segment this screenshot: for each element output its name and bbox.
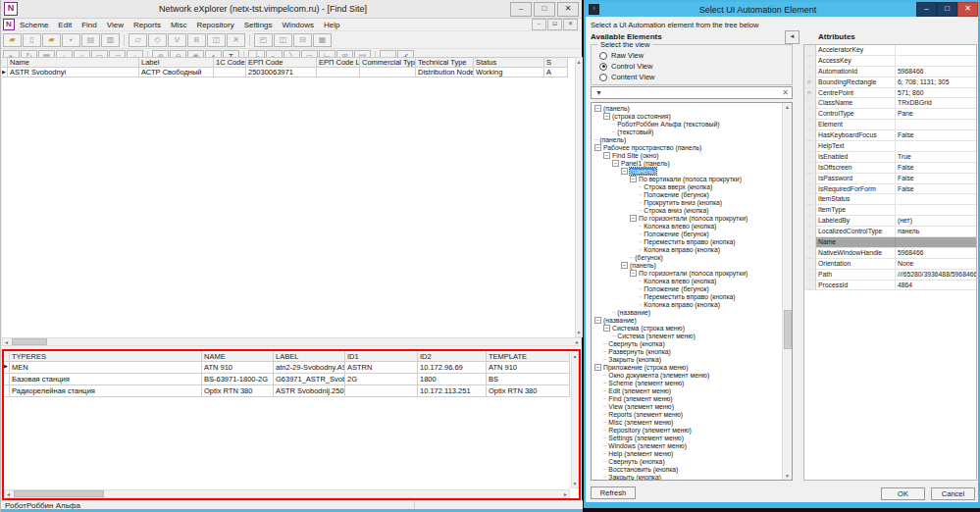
collapse-toggle-icon[interactable]: − [612,160,619,167]
tree-node[interactable]: –Help (элемент меню) [592,449,783,457]
column-header-label[interactable]: Label [139,58,214,68]
tree-node[interactable]: −(название) [592,316,783,324]
tree-node[interactable]: −(панель) [592,104,783,112]
expand-arrow-icon[interactable]: ▷ [804,77,816,87]
column-header-ерп-code-lvl-2[interactable]: ЕРП Code Lvl 2 [317,58,360,68]
collapse-toggle-icon[interactable]: − [603,152,610,159]
column-header-status[interactable]: Status [474,58,544,68]
minimize-button[interactable]: ‒ [916,2,937,17]
attribute-row-classname[interactable]: ClassNameTRxDBGrid [804,98,976,109]
mdi-child-icon[interactable]: N [3,19,15,30]
tree-node[interactable]: –Reports (элемент меню) [592,410,783,418]
column-header-technical-type[interactable]: Technical Type [416,58,474,68]
tree-node[interactable]: –Переместить вправо (кнопка) [592,292,783,300]
collapse-panel-button[interactable]: ◄ [785,30,799,44]
collapse-toggle-icon[interactable]: − [603,325,610,332]
attribute-row-haskeyboardfocus[interactable]: HasKeyboardFocusFalse [804,130,976,141]
collapse-toggle-icon[interactable]: − [621,262,628,269]
table-row[interactable]: ▶MENATN 910atn2-29-Svobodny.ASTRNASTRN10… [4,362,579,374]
scroll-left-icon[interactable]: ◄ [3,339,10,345]
menu-item-windows[interactable]: Windows [278,21,319,29]
tree-node[interactable]: –Find (элемент меню) [592,394,783,402]
collapse-toggle-icon[interactable]: − [594,317,601,324]
column-header-typeres[interactable]: TYPERES [10,351,202,362]
tree-node[interactable]: –Строка вверх (кнопка) [592,182,783,190]
mdi-minimize-button[interactable]: ‒ [532,19,546,30]
tree-node[interactable]: –(название) [592,308,783,316]
toolbar-button-window-cascade[interactable]: ◰ [254,33,273,47]
collapse-toggle-icon[interactable]: − [594,105,601,112]
tree-node[interactable]: –Система (элемент меню) [592,332,783,339]
ok-button[interactable]: OK [881,487,925,500]
resources-grid-hscrollbar[interactable]: ◄ ► [4,489,570,498]
column-header-name[interactable]: NAME [202,351,274,362]
attribute-row-orientation[interactable]: OrientationNone [804,259,976,270]
tree-node[interactable]: −Система (строка меню) [592,324,783,332]
row-selector[interactable] [4,385,10,397]
toolbar-button-window-arrange[interactable]: ▦ [313,33,332,47]
attribute-row-helptext[interactable]: HelpText [804,141,976,152]
attribute-row-path[interactable]: Path///65280/3936488/5968466 [804,270,976,281]
collapse-toggle-icon[interactable]: − [630,270,637,277]
tree-node[interactable]: –Строка вниз (кнопка) [592,206,783,214]
cancel-button[interactable]: Cancel [931,487,975,500]
scroll-down-icon[interactable]: ▼ [783,473,792,479]
row-selector[interactable] [4,374,10,385]
attribute-row-element[interactable]: Element [804,120,976,130]
tree-node[interactable]: −Panel1 (панель) [592,159,783,167]
tree-node[interactable]: −По горизонтали (полоса прокрутки) [592,214,783,222]
tree-node[interactable]: –View (элемент меню) [592,402,783,410]
tree-node[interactable]: –Колонка влево (кнопка) [592,277,783,284]
column-header-name[interactable]: Name [8,58,139,68]
attribute-row-controltype[interactable]: ControlTypePane [804,109,976,120]
table-row[interactable]: Базовая станцияBS-63971-1800-2GG63971_AS… [4,374,579,385]
attribute-row-automationid[interactable]: AutomationId5968466 [804,67,976,77]
attribute-row-acceleratorkey[interactable]: AcceleratorKey [804,45,976,56]
tree-node[interactable]: –Edit (элемент меню) [592,386,783,394]
refresh-button[interactable]: Refresh [591,486,636,499]
column-header-commercial-type[interactable]: Commercial Type [360,58,416,68]
attribute-row-centrepoint[interactable]: ▷CentrePoint571; 860 [804,88,976,99]
attribute-row-accesskey[interactable]: AccessKey [804,56,976,67]
collapse-toggle-icon[interactable]: − [630,215,637,222]
attribute-row-localizedcontroltype[interactable]: LocalizedControlTypeпанель [804,227,976,237]
menu-item-find[interactable]: Find [77,21,102,29]
tree-node[interactable]: –Колонка вправо (кнопка) [592,300,783,308]
mdi-close-button[interactable]: ✕ [563,19,578,30]
attribute-row-boundingrectangle[interactable]: ▷BoundingRectangle6; 708; 1131; 305 [804,77,976,88]
tree-node[interactable]: −По вертикали (полоса прокрутки) [592,175,783,182]
collapse-toggle-icon[interactable]: − [621,168,628,175]
hscroll-thumb[interactable] [12,338,47,345]
collapse-toggle-icon[interactable]: − [594,364,601,371]
row-selector[interactable]: ▶ [4,362,10,374]
radio-button-icon[interactable] [599,52,607,60]
tree-node[interactable]: –Свернуть (кнопка) [592,339,783,347]
tree-node[interactable]: –Колонка вправо (кнопка) [592,245,783,253]
tree-node[interactable]: –Repository (элемент меню) [592,426,783,434]
mdi-restore-button[interactable]: ⊡ [547,19,562,30]
menu-item-scheme[interactable]: Scheme [15,21,53,29]
column-header-s[interactable]: S [544,58,568,68]
menu-item-edit[interactable]: Edit [53,21,77,29]
menu-item-view[interactable]: View [102,21,129,29]
toolbar-button-print[interactable]: ▥ [101,33,120,47]
toolbar-button-label-b[interactable]: B [187,33,206,47]
table-row[interactable]: ▶ASTR SvobodnyiАСТР Свободный25030063971… [2,68,575,77]
column-header-template[interactable]: TEMPLATE [487,351,570,362]
toolbar-button-delete[interactable]: ✕ [227,33,245,47]
toolbar-button-copy[interactable]: ◫ [207,33,226,47]
tree-node[interactable]: –Misc (элемент меню) [592,418,783,426]
sites-grid-hscrollbar[interactable]: ◄ ► [2,337,582,346]
tree-node[interactable]: –(бегунок) [592,253,783,261]
tree-node[interactable]: −Приложение (строка меню) [592,363,783,371]
row-selector[interactable]: ▶ [2,68,8,77]
tree-node[interactable]: –Settings (элемент меню) [592,434,783,441]
tree-node[interactable]: –Колонка влево (кнопка) [592,222,783,230]
scroll-up-icon[interactable]: ▲ [783,104,792,110]
tree-node[interactable]: –Свернуть (кнопка) [592,457,783,465]
column-header-ерп-code[interactable]: ЕРП Code [246,58,317,68]
maximize-button[interactable]: □ [534,2,555,17]
attribute-row-isenabled[interactable]: IsEnabledTrue [804,152,976,163]
menu-item-reports[interactable]: Reports [129,21,166,29]
radio-button-icon[interactable] [599,74,607,81]
